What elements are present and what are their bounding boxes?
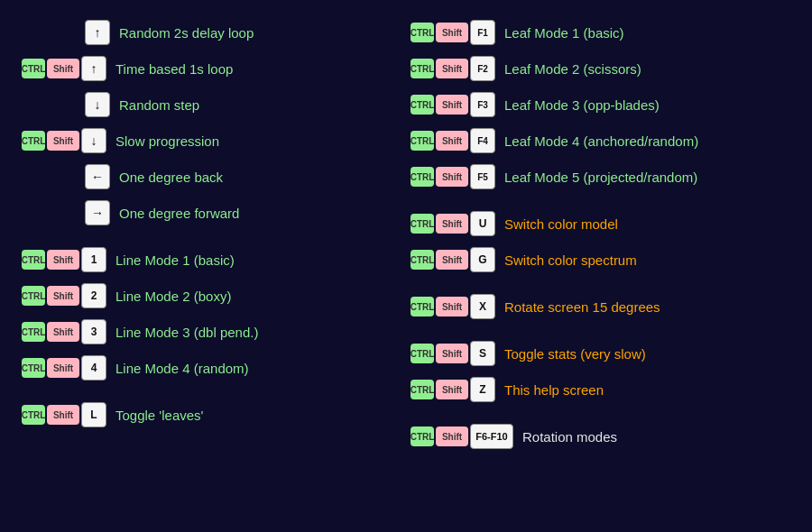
shortcut-row: CTRLShift4Line Mode 4 (random) [22, 352, 401, 384]
main-key: L [81, 402, 106, 427]
shift-key: Shift [436, 344, 468, 363]
ctrl-key: CTRL [22, 358, 45, 378]
arrow-key: ↓ [81, 128, 106, 153]
shift-key: Shift [47, 322, 79, 342]
keys-group: CTRLShiftX [411, 294, 495, 319]
ctrl-key: CTRL [22, 59, 45, 78]
shortcut-row: CTRLShift1Line Mode 1 (basic) [22, 243, 401, 276]
main-key: 2 [81, 283, 106, 308]
shift-key: Shift [47, 358, 79, 378]
shortcut-row: ←One degree back [22, 161, 401, 193]
shortcut-description: Line Mode 3 (dbl pend.) [115, 325, 258, 340]
ctrl-key: CTRL [411, 297, 434, 316]
shortcut-description: Leaf Mode 1 (basic) [504, 25, 624, 41]
shift-key: Shift [436, 59, 468, 78]
shift-key: Shift [436, 131, 468, 151]
shift-key: Shift [436, 95, 468, 115]
shortcut-row: CTRLShiftUSwitch color model [411, 207, 790, 240]
shortcut-description: Leaf Mode 4 (anchored/random) [504, 133, 698, 149]
fn-key: F2 [470, 56, 495, 81]
shift-key: Shift [436, 167, 468, 187]
ctrl-key: CTRL [411, 380, 434, 399]
ctrl-key: CTRL [411, 59, 434, 78]
shift-key: Shift [47, 250, 79, 270]
keys-group: CTRLShift3 [22, 319, 106, 344]
shortcut-row: CTRLShiftF1Leaf Mode 1 (basic) [411, 16, 790, 49]
shift-key: Shift [436, 214, 468, 234]
shortcut-description: Leaf Mode 5 (projected/random) [504, 170, 697, 185]
keys-group: CTRLShiftF4 [411, 128, 495, 153]
shift-key: Shift [47, 59, 79, 78]
shift-key: Shift [47, 405, 79, 425]
keys-group: → [22, 200, 110, 225]
keys-group: CTRLShiftF5 [411, 164, 495, 189]
keys-group: CTRLShiftF2 [411, 56, 495, 81]
main-key: U [470, 211, 495, 236]
ctrl-key: CTRL [22, 286, 45, 306]
ctrl-key: CTRL [22, 322, 45, 342]
spacer [411, 409, 790, 417]
shift-key: Shift [436, 250, 468, 270]
shortcut-description: Leaf Mode 2 (scissors) [504, 61, 641, 77]
keys-group: CTRLShift↑ [22, 56, 106, 81]
arrow-only-key: ↓ [85, 92, 110, 117]
ctrl-key: CTRL [411, 23, 434, 42]
shortcut-row: CTRLShiftF5Leaf Mode 5 (projected/random… [411, 161, 790, 193]
keys-group: CTRLShiftS [411, 341, 495, 366]
shortcut-row: ↓Random step [22, 88, 401, 121]
shortcut-description: Switch color spectrum [504, 252, 637, 268]
shortcut-row: CTRLShiftZThis help screen [411, 373, 790, 406]
main-key: 1 [81, 247, 106, 272]
fn-key: F4 [470, 128, 495, 153]
keys-group: CTRLShiftL [22, 402, 106, 427]
shortcut-description: Switch color model [504, 216, 618, 232]
shift-key: Shift [436, 297, 468, 316]
wide-key: F6-F10 [470, 424, 513, 449]
keys-group: CTRLShiftU [411, 211, 495, 236]
ctrl-key: CTRL [22, 131, 45, 151]
shortcut-description: Random 2s delay loop [119, 25, 254, 41]
spacer [411, 280, 790, 287]
keys-group: ← [22, 164, 110, 189]
shortcut-description: Line Mode 2 (boxy) [115, 289, 231, 304]
shortcut-row: CTRLShiftSToggle stats (very slow) [411, 337, 790, 370]
shortcut-description: Slow progression [115, 133, 219, 149]
arrow-key: ↑ [81, 56, 106, 81]
shift-key: Shift [47, 131, 79, 151]
shortcut-row: CTRLShift2Line Mode 2 (boxy) [22, 280, 401, 312]
shortcut-description: Rotation modes [522, 429, 617, 445]
ctrl-key: CTRL [22, 250, 45, 270]
shortcut-description: Random step [119, 97, 199, 113]
main-key: S [470, 341, 495, 366]
shortcut-row: →One degree forward [22, 197, 401, 229]
ctrl-key: CTRL [411, 250, 434, 270]
shortcut-description: Rotate screen 15 degrees [504, 299, 660, 315]
shortcut-row: CTRLShiftGSwitch color spectrum [411, 243, 790, 276]
ctrl-key: CTRL [411, 95, 434, 115]
ctrl-key: CTRL [411, 214, 434, 234]
arrow-only-key: → [85, 200, 110, 225]
shortcut-row: CTRLShift3Line Mode 3 (dbl pend.) [22, 316, 401, 348]
keys-group: CTRLShiftF3 [411, 92, 495, 117]
shortcut-description: Leaf Mode 3 (opp-blades) [504, 97, 660, 113]
shortcut-description: Toggle stats (very slow) [504, 346, 646, 362]
ctrl-key: CTRL [411, 427, 434, 446]
arrow-only-key: ← [85, 164, 110, 189]
keys-group: CTRLShift2 [22, 283, 106, 308]
spacer [22, 233, 401, 240]
keys-group: ↓ [22, 92, 110, 117]
shortcut-description: Time based 1s loop [115, 61, 233, 77]
spacer [411, 197, 790, 204]
ctrl-key: CTRL [411, 344, 434, 363]
shortcut-description: One degree forward [119, 206, 239, 221]
shift-key: Shift [47, 286, 79, 306]
shortcut-row: CTRLShiftF6-F10Rotation modes [411, 420, 790, 453]
main-key: G [470, 247, 495, 272]
keys-group: CTRLShiftF1 [411, 20, 495, 45]
shift-key: Shift [436, 23, 468, 42]
spacer [22, 388, 401, 395]
keys-group: CTRLShift↓ [22, 128, 106, 153]
keys-group: CTRLShift1 [22, 247, 106, 272]
shortcut-row: CTRLShift↓Slow progression [22, 124, 401, 157]
ctrl-key: CTRL [411, 167, 434, 187]
